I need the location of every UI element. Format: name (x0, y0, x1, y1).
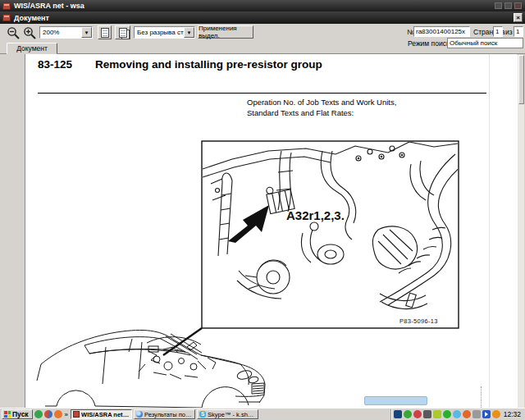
taskbar-button-wis[interactable]: WIS/ASRA net - wsa (71, 409, 132, 419)
quick-launch-icon-1[interactable] (34, 410, 43, 418)
single-page-view-button[interactable] (98, 25, 112, 39)
document-close-button[interactable]: × (514, 13, 523, 22)
continuous-view-button[interactable] (115, 25, 130, 39)
window-titlebar: WIS/ASRA net - wsa (0, 0, 525, 11)
zoom-in-icon[interactable] (23, 26, 37, 40)
floating-status-pill (364, 396, 427, 405)
taskbar-button-skype[interactable]: S Skype™ - k.shnaps (197, 409, 258, 419)
chevron-down-icon[interactable]: ▼ (184, 27, 194, 38)
taskbar-clock[interactable]: 12:32 (502, 410, 521, 418)
skype-icon: S (199, 411, 206, 418)
zoom-level-value: 200% (40, 29, 81, 36)
document-window-title: Документ (14, 14, 49, 22)
page-title: Removing and installing pre-resistor gro… (95, 58, 322, 71)
windows-flag-icon (4, 411, 11, 418)
tab-document[interactable]: Документ (7, 43, 57, 54)
page-count-field[interactable]: 1 (514, 26, 523, 37)
page-break-combo[interactable]: Без разрыва страниц ▼ (134, 26, 195, 39)
operation-text-line2: Standard Texts and Flat Rates: (247, 108, 354, 117)
app-icon (2, 2, 11, 10)
doc-no-field[interactable]: ra83001400125x (413, 26, 470, 37)
tray-icon[interactable] (404, 410, 412, 418)
figure-code: P83-5096-13 (399, 317, 438, 325)
pages-icon (119, 28, 127, 38)
window-title: WIS/ASRA net - wsa (14, 2, 84, 10)
header-rule (38, 93, 486, 94)
quick-launch-overflow-chevron[interactable]: » (64, 411, 69, 418)
quick-launch-icon-2[interactable] (44, 410, 52, 418)
tray-icon[interactable] (463, 410, 471, 418)
vertical-scrollbar[interactable] (517, 55, 524, 408)
page-of-label: из (505, 28, 513, 36)
browser-icon (136, 411, 143, 418)
start-button[interactable]: Пуск (2, 409, 33, 419)
chevron-down-icon[interactable]: ▼ (81, 27, 92, 38)
toolbar: 200% ▼ Без разрыва страниц ▼ Применения … (0, 24, 525, 43)
document-page: 83-125 Removing and installing pre-resis… (25, 54, 517, 408)
taskbar: Пуск » WIS/ASRA net - wsa Результаты пои… (0, 408, 525, 420)
system-tray: 12:32 (390, 409, 523, 420)
tray-icon[interactable] (433, 410, 441, 418)
maximize-button[interactable] (504, 2, 512, 9)
tray-icon[interactable] (423, 410, 431, 418)
document-window-icon (2, 14, 11, 21)
page-break-value: Без разрыва страниц (135, 29, 184, 36)
desktop: WIS/ASRA net - wsa Документ × 200% ▼ (0, 0, 525, 420)
single-page-icon (101, 28, 109, 38)
tray-icon[interactable] (394, 410, 402, 418)
taskbar-button-search-results[interactable]: Результаты поиска - Go... (134, 409, 195, 419)
tray-icon[interactable] (482, 410, 491, 418)
quick-launch-icon-3[interactable] (54, 410, 62, 418)
zoom-level-combo[interactable]: 200% ▼ (39, 26, 93, 39)
zoom-out-icon[interactable] (7, 26, 21, 40)
tab-divider (0, 53, 525, 54)
close-button[interactable] (514, 2, 522, 9)
figure-part-label: A32r1,2,3. (286, 208, 345, 222)
document-window-titlebar: Документ × (0, 11, 525, 24)
search-mode-field[interactable]: Обычный поиск (447, 38, 523, 48)
tray-icon[interactable] (443, 410, 451, 418)
minimize-button[interactable] (495, 2, 502, 9)
tray-icon[interactable] (472, 410, 481, 418)
tray-icon[interactable] (453, 410, 461, 418)
technical-figure: A32r1,2,3. P83-5096-13 (25, 131, 517, 408)
apply-selection-button[interactable]: Применения выдел. (198, 25, 253, 39)
tray-icon[interactable] (492, 410, 500, 418)
scrollbar-thumb[interactable] (518, 55, 524, 104)
section-number: 83-125 (38, 58, 72, 71)
start-label: Пуск (12, 410, 29, 418)
wis-app-icon (73, 411, 80, 418)
page-field[interactable]: 1 (493, 26, 503, 37)
operation-text-line1: Operation No. of Job Texts and Work Unit… (247, 98, 396, 107)
tray-icon[interactable] (413, 410, 422, 418)
car-art (37, 330, 265, 408)
